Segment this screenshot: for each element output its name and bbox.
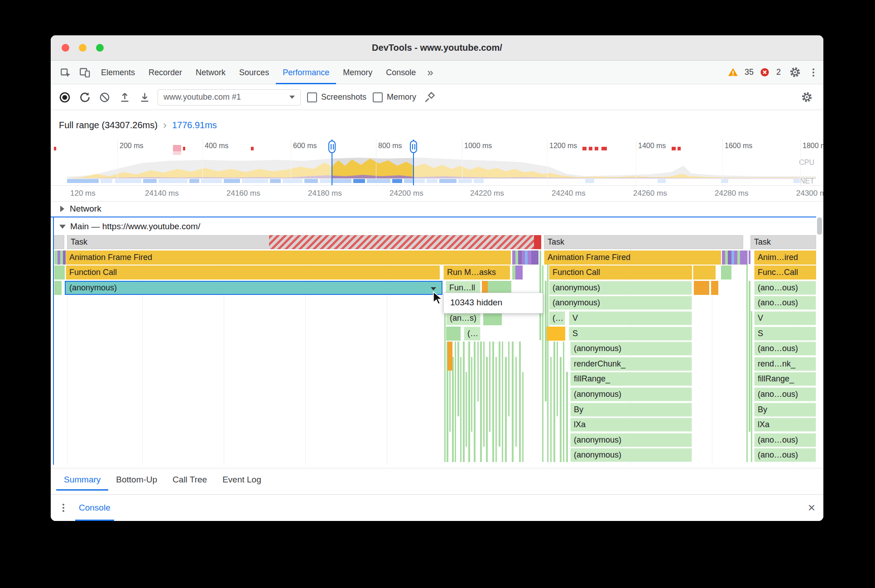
flame-sliver[interactable] [515,265,523,280]
flame-sliver[interactable] [515,357,517,447]
flame-sliver[interactable] [269,235,534,249]
flame-sliver[interactable] [746,251,748,462]
flame-sliver[interactable] [550,357,552,462]
flame-frame[interactable]: renderChunk_ [570,357,692,371]
flame-sliver[interactable] [495,357,497,462]
flame-sliver[interactable] [468,342,470,462]
flame-sliver[interactable] [492,342,494,462]
flame-frame[interactable]: (ano…ous) [754,296,816,310]
flame-sliver[interactable] [547,327,565,341]
flame-sliver[interactable] [453,327,461,341]
drawer-menu-icon[interactable] [59,504,68,512]
flame-frame[interactable]: (anonymous) [570,387,692,401]
flame-frame[interactable]: (anonymous) [570,433,692,447]
flame-sliver[interactable] [502,342,503,462]
flame-scrollbar[interactable] [817,217,822,465]
flame-frame[interactable]: (anonymous) [549,296,692,310]
detail-tab-summary[interactable]: Summary [56,468,108,491]
flame-sliver[interactable] [711,281,718,295]
flame-frame[interactable]: fillRange_ [754,372,816,386]
flame-frame[interactable]: Task [750,235,816,249]
flame-sliver[interactable] [522,372,524,462]
flame-sliver[interactable] [54,281,62,295]
flame-sliver[interactable] [474,342,476,462]
detail-tab-call-tree[interactable]: Call Tree [165,468,215,491]
flame-sliver[interactable] [499,342,500,447]
flame-frame[interactable]: (… [549,311,565,325]
flame-sliver[interactable] [444,296,446,462]
flame-sliver[interactable] [531,251,538,265]
flame-sliver[interactable] [560,357,562,462]
flame-sliver[interactable] [460,357,462,462]
flame-sliver[interactable] [505,357,507,462]
flame-frame[interactable]: (ano…ous) [754,342,816,356]
drawer-tab-console[interactable]: Console [75,495,114,521]
flame-frame[interactable]: V [754,311,816,325]
flame-sliver[interactable] [447,342,452,371]
flame-sliver[interactable] [566,372,568,462]
flame-sliver[interactable] [58,265,65,280]
flame-frame[interactable]: (anonymous) [570,342,692,356]
flame-frame[interactable]: rend…nk_ [754,357,816,371]
flame-sliver[interactable] [477,342,479,401]
flame-frame[interactable]: By [570,403,692,417]
flame-sliver[interactable] [463,342,465,462]
flame-sliver[interactable] [486,357,488,462]
flame-sliver[interactable] [512,342,514,462]
detail-tab-event-log[interactable]: Event Log [215,468,269,491]
flame-sliver[interactable] [693,265,716,280]
flame-frame[interactable]: (anonymous) [549,281,692,295]
flame-sliver[interactable] [534,235,541,249]
flame-frame[interactable]: fillRange_ [570,372,692,386]
flame-frame[interactable]: Function Call [549,265,692,280]
flame-frame[interactable]: Task [544,235,743,249]
flame-sliver[interactable] [452,357,454,462]
flame-frame[interactable]: (ano…ous) [754,387,816,401]
flame-scrollbar-thumb[interactable] [817,217,822,235]
flame-sliver[interactable] [547,251,548,462]
flame-frame[interactable]: (anonymous) [570,448,692,462]
flame-sliver[interactable] [508,342,510,416]
flame-sliver[interactable] [519,342,521,462]
flame-sliver[interactable] [740,251,747,265]
flame-frame[interactable]: S [569,327,692,341]
flame-frame[interactable]: (ano…ous) [754,433,816,447]
flame-frame[interactable]: Animation Frame Fired [66,251,511,265]
detail-tab-bottom-up[interactable]: Bottom-Up [108,468,165,491]
flame-frame[interactable]: By [754,403,816,417]
flame-sliver[interactable] [455,342,456,462]
flame-sliver[interactable] [724,265,731,280]
flame-frame[interactable]: Anim…ired [754,251,816,265]
flame-frame[interactable]: Animation Frame Fired [544,251,721,265]
flame-frame[interactable]: Function Call [66,265,440,280]
close-drawer-icon[interactable]: × [808,495,815,521]
flame-sliver[interactable] [471,357,472,432]
flame-sliver[interactable] [545,281,547,401]
flame-sliver[interactable] [751,311,752,462]
flame-sliver[interactable] [466,372,467,447]
flame-chart[interactable]: TaskAnimation Frame FiredFunction CallRu… [51,35,816,466]
flame-sliver[interactable] [749,281,750,432]
flame-sliver[interactable] [749,251,750,265]
flame-frame[interactable]: lXa [570,418,692,432]
flame-sliver[interactable] [53,235,64,249]
flame-frame[interactable]: S [754,327,816,341]
frame-dropdown-icon[interactable] [431,287,436,290]
flame-frame[interactable]: (ano…ous) [754,448,816,462]
desktop-background: DevTools - www.youtube.com/ ElementsReco… [0,0,875,588]
flame-sliver[interactable] [483,342,485,447]
flame-sliver[interactable] [553,342,555,462]
flame-sliver[interactable] [563,342,564,462]
flame-frame[interactable]: Func…Call [754,265,816,280]
flame-frame[interactable]: (ano…ous) [754,281,816,295]
flame-frame[interactable]: Run M…asks [443,265,510,280]
flame-sliver[interactable] [694,281,709,295]
flame-sliver[interactable] [557,342,558,416]
flame-frame[interactable]: V [569,311,692,325]
flame-frame[interactable]: (anonymous) [65,281,442,295]
flame-frame[interactable]: lXa [754,418,816,432]
flame-sliver[interactable] [489,342,490,432]
flame-sliver[interactable] [480,342,482,462]
flame-sliver[interactable] [457,342,459,416]
flame-frame[interactable]: (… [464,327,481,341]
